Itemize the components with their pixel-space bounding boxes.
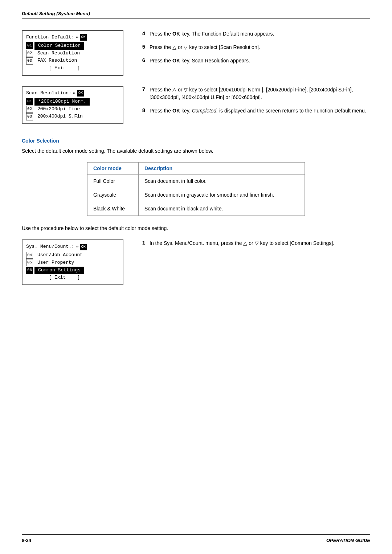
table-header-mode: Color mode <box>87 163 139 175</box>
steps-4-6: 4 Press the OK key. The Function Default… <box>138 30 370 70</box>
step-bottom-instructions: 1 In the Sys. Menu/Count. menu, press th… <box>138 239 370 253</box>
screen1-row-3: 03 FAX Resolution <box>26 57 119 65</box>
screen1-arrows: ⇔ <box>76 34 78 41</box>
screen2-num-2: 02 <box>26 106 33 113</box>
screen3-row-3: 06 Common Settings <box>26 267 119 274</box>
color-selection-heading: Color Selection <box>22 138 370 144</box>
lcd-screen-3: Sys. Menu/Count.: ⇔ OK 04 User/Job Accou… <box>22 239 123 285</box>
screen3-row-4: [ Exit ] <box>26 274 119 282</box>
table-row-fullcolor: Full Color Scan document in full color. <box>87 175 305 188</box>
step-6-number: 6 <box>138 57 145 63</box>
table-header-desc: Description <box>139 163 305 175</box>
lcd-screen-1: Function Default: ⇔ OK 01 Color Selectio… <box>22 30 123 76</box>
screen1-text-1: Color Selection <box>34 42 84 50</box>
screen1-num-1: 01 <box>26 42 33 49</box>
screen3-arrows: ⇔ <box>76 243 78 250</box>
screen1-row-2: 02 Scan Resolution <box>26 50 119 57</box>
screen3-text-1: User/Job Account <box>34 251 83 259</box>
screen3-ok: OK <box>80 244 87 250</box>
page-footer: 8-34 OPERATION GUIDE <box>22 534 370 543</box>
step-bottom-number: 1 <box>138 239 145 246</box>
screen1-num-3: 03 <box>26 57 33 65</box>
lcd-screen-2: Scan Resolution: ⇔ OK 01 *200x100dpi Nor… <box>22 86 123 124</box>
screen1-title: Function Default: <box>26 34 74 41</box>
screen2-ok: OK <box>77 90 84 97</box>
step-5-number: 5 <box>138 44 145 50</box>
screen3-row-1: 04 User/Job Account <box>26 251 119 259</box>
step-bottom-1: 1 In the Sys. Menu/Count. menu, press th… <box>138 239 370 247</box>
screen1-row-4: [ Exit ] <box>26 65 119 72</box>
step-5: 5 Press the △ or ▽ key to select [Scan R… <box>138 44 370 51</box>
screen2-num-1: 01 <box>26 98 33 105</box>
table-cell-desc-2: Scan document in grayscale for smoother … <box>139 188 305 202</box>
steps-7-8: 7 Press the △ or ▽ key to select [200x10… <box>138 86 370 120</box>
screen3-column: Sys. Menu/Count.: ⇔ OK 04 User/Job Accou… <box>22 239 123 285</box>
screen3-num-1: 04 <box>26 252 33 259</box>
screen3-num-3: 06 <box>26 267 33 274</box>
table-cell-mode-1: Full Color <box>87 175 139 188</box>
step-6-text: Press the OK key. Scan Resolution appear… <box>150 57 370 65</box>
screen1-column: Function Default: ⇔ OK 01 Color Selectio… <box>22 30 123 76</box>
top-step-section: Function Default: ⇔ OK 01 Color Selectio… <box>22 30 370 76</box>
table-row-bw: Black & White Scan document in black and… <box>87 202 305 216</box>
step-4-number: 4 <box>138 30 145 36</box>
use-procedure-text: Use the procedure below to select the de… <box>22 225 370 232</box>
step-7: 7 Press the △ or ▽ key to select [200x10… <box>138 86 370 101</box>
screen2-row-3: 03 200x400dpi S.Fin <box>26 113 119 120</box>
step-7-number: 7 <box>138 86 145 92</box>
screen2-row-1: 01 *200x100dpi Norm. <box>26 98 119 106</box>
screen2-title: Scan Resolution: <box>26 90 72 97</box>
color-mode-table: Color mode Description Full Color Scan d… <box>87 162 305 216</box>
color-selection-section: Color Selection Select the default color… <box>22 138 370 292</box>
bottom-step-section: Sys. Menu/Count.: ⇔ OK 04 User/Job Accou… <box>22 239 370 285</box>
screen3-title: Sys. Menu/Count.: <box>26 243 74 251</box>
mid-step-section: Scan Resolution: ⇔ OK 01 *200x100dpi Nor… <box>22 86 370 124</box>
screen2-arrows: ⇔ <box>73 90 75 97</box>
footer-guide-label: OPERATION GUIDE <box>326 538 370 543</box>
step-7-text: Press the △ or ▽ key to select [200x100d… <box>150 86 370 101</box>
screen3-exit: [ Exit ] <box>26 274 80 282</box>
footer-page-number: 8-34 <box>22 538 31 543</box>
screen1-ok: OK <box>80 34 87 41</box>
screen3-text-3: Common Settings <box>34 267 84 274</box>
header-title: Default Setting (System Menu) <box>22 11 90 16</box>
color-selection-desc: Select the default color mode setting. T… <box>22 147 370 155</box>
screen3-text-2: User Property <box>34 259 74 267</box>
screen1-row-1: 01 Color Selection <box>26 42 119 50</box>
screen2-text-1: *200x100dpi Norm. <box>34 98 90 106</box>
screen1-text-2: Scan Resolution <box>34 50 80 57</box>
screen2-num-3: 03 <box>26 113 33 120</box>
screen3-row-2: 05 User Property <box>26 259 119 267</box>
screen2-text-2: 200x200dpi Fine <box>34 106 80 113</box>
step-8-text: Press the OK key. Completed. is displaye… <box>150 107 370 115</box>
step-8-number: 8 <box>138 107 145 113</box>
screen1-exit: [ Exit ] <box>26 65 80 72</box>
table-row-grayscale: Grayscale Scan document in grayscale for… <box>87 188 305 202</box>
screen2-column: Scan Resolution: ⇔ OK 01 *200x100dpi Nor… <box>22 86 123 124</box>
step-5-text: Press the △ or ▽ key to select [Scan Res… <box>150 44 370 51</box>
table-cell-mode-2: Grayscale <box>87 188 139 202</box>
step-4: 4 Press the OK key. The Function Default… <box>138 30 370 38</box>
table-cell-desc-3: Scan document in black and white. <box>139 202 305 216</box>
screen2-row-2: 02 200x200dpi Fine <box>26 106 119 113</box>
step-4-text: Press the OK key. The Function Default m… <box>150 30 370 38</box>
screen1-text-3: FAX Resolution <box>34 57 77 65</box>
screen1-num-2: 02 <box>26 50 33 57</box>
step-bottom-text: In the Sys. Menu/Count. menu, press the … <box>150 239 370 247</box>
table-cell-desc-1: Scan document in full color. <box>139 175 305 188</box>
step-6: 6 Press the OK key. Scan Resolution appe… <box>138 57 370 65</box>
screen2-text-3: 200x400dpi S.Fin <box>34 113 83 120</box>
page-header: Default Setting (System Menu) <box>22 11 370 19</box>
table-cell-mode-3: Black & White <box>87 202 139 216</box>
step-8: 8 Press the OK key. Completed. is displa… <box>138 107 370 115</box>
screen3-num-2: 05 <box>26 259 33 266</box>
